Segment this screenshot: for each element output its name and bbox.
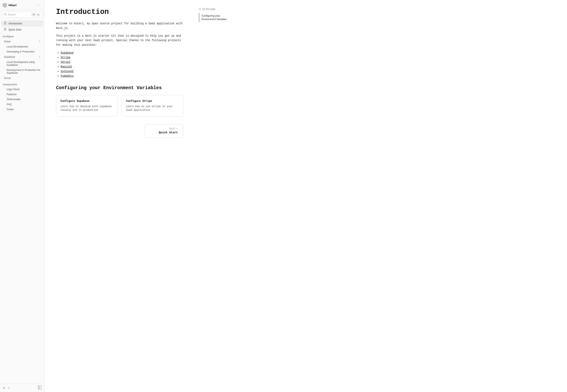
- magicui-link[interactable]: MagicUI: [61, 65, 72, 68]
- svg-line-2: [6, 15, 7, 15]
- sidebar-group-supabase[interactable]: Supabase ▾: [1, 54, 43, 59]
- configure-stripe-card-desc: Learn how to use stripe in your SaaS app…: [126, 105, 179, 112]
- configure-supabase-card-desc: Learn how to develop with supabase local…: [60, 105, 113, 112]
- sidebar-item-faq[interactable]: FAQ: [1, 102, 43, 107]
- sidebar-item-vercel-label: Vercel: [4, 77, 11, 80]
- sidebar-navigation: Introduction Quick Start Configure Strip…: [0, 19, 44, 384]
- configure-stripe-card-title: Configure Stripe: [126, 99, 179, 103]
- config-cards-row: Configure Supabase Learn how to develop …: [56, 95, 183, 116]
- theme-toggles: ☀ ☽: [3, 386, 10, 390]
- app-name: Hikari: [9, 3, 17, 7]
- sidebar-item-testimonials[interactable]: Testimonials: [1, 97, 43, 102]
- project-links-list: Supabase Stripe Vercel MagicUI SyntaxUI …: [56, 51, 183, 78]
- supabase-link[interactable]: Supabase: [61, 51, 74, 54]
- light-theme-button[interactable]: ☀: [3, 386, 5, 390]
- sidebar-item-introduction[interactable]: Introduction: [1, 20, 43, 27]
- configure-supabase-card[interactable]: Configure Supabase Learn how to develop …: [56, 95, 118, 116]
- next-navigation: Next > Quick Start: [56, 124, 183, 138]
- sidebar-item-quickstart[interactable]: Quick Start: [1, 27, 43, 33]
- sidebar-item-introduction-label: Introduction: [9, 22, 22, 25]
- search-icon: [4, 13, 7, 16]
- vercel-link[interactable]: Vercel: [61, 61, 70, 64]
- intro-paragraph-2: This project is a Next.js starter kit th…: [56, 34, 183, 47]
- sidebar-footer: ☀ ☽: [0, 384, 44, 392]
- sidebar-item-dev-prod-supabase[interactable]: Development in Production for Supabase: [1, 68, 43, 75]
- sidebar-header: Hikari ···: [0, 0, 44, 10]
- toc-item-env-vars[interactable]: Configuring your Environment Variables: [199, 13, 234, 22]
- more-options-button[interactable]: ···: [36, 3, 42, 8]
- page-icon-quickstart: [4, 28, 7, 31]
- search-shortcut: ⌘ K: [31, 13, 40, 16]
- configure-section-label: Configure: [0, 33, 44, 39]
- search-placeholder: Search: [8, 13, 30, 16]
- logo-icon: [3, 3, 7, 7]
- configure-supabase-card-title: Configure Supabase: [60, 99, 113, 103]
- svg-point-0: [4, 4, 6, 6]
- svg-rect-11: [38, 386, 41, 389]
- components-section-label: Components: [0, 81, 44, 87]
- search-key-cmd: ⌘: [31, 13, 36, 16]
- main-content: Introduction Welcome to Hikari, my open …: [45, 0, 195, 392]
- toc-header-label: On this page: [202, 8, 215, 10]
- search-bar[interactable]: Search ⌘ K: [2, 12, 42, 17]
- next-label: Next >: [150, 127, 178, 130]
- sidebar-item-quickstart-label: Quick Start: [9, 28, 21, 31]
- list-item: Vercel: [61, 61, 183, 64]
- fumadocs-link[interactable]: Fumadocs: [61, 74, 74, 78]
- env-section-title: Configuring your Environment Variables: [56, 85, 183, 90]
- app-logo[interactable]: Hikari: [3, 3, 17, 7]
- sidebar-item-features[interactable]: Features: [1, 92, 43, 97]
- chevron-down-icon-supabase: ▾: [39, 56, 40, 58]
- sidebar-group-stripe-label: Stripe: [4, 40, 10, 43]
- sidebar-group-stripe[interactable]: Stripe ▾: [1, 39, 43, 44]
- sidebar-item-vercel[interactable]: Vercel: [1, 75, 43, 81]
- page-title: Introduction: [56, 8, 183, 16]
- list-item: Fumadocs: [61, 74, 183, 78]
- sidebar-item-footer[interactable]: Footer: [1, 107, 43, 112]
- page-icon: [4, 22, 7, 25]
- sidebar-item-logo-cloud[interactable]: Logo Cloud: [1, 87, 43, 92]
- chevron-down-icon: ▾: [39, 40, 40, 43]
- sidebar: Hikari ··· Search ⌘ K: [0, 0, 45, 392]
- search-key-k: K: [36, 13, 40, 16]
- stripe-link[interactable]: Stripe: [61, 56, 70, 59]
- next-page-title: Quick Start: [150, 131, 178, 134]
- dark-theme-button[interactable]: ☽: [7, 386, 10, 390]
- sidebar-item-developing-in-production[interactable]: Developing in Production: [1, 49, 43, 54]
- syntaxui-link[interactable]: SyntaxUI: [61, 70, 74, 73]
- list-item: Stripe: [61, 56, 183, 59]
- sidebar-item-local-dev-supabase[interactable]: Local Development using Supabase: [1, 60, 43, 67]
- list-item: MagicUI: [61, 65, 183, 68]
- sidebar-item-local-development[interactable]: Local Development: [1, 44, 43, 49]
- list-item: SyntaxUI: [61, 70, 183, 73]
- toc-header: ☰ On this page: [199, 8, 234, 10]
- intro-paragraph-1: Welcome to Hikari, my open source projec…: [56, 21, 183, 31]
- sidebar-group-supabase-label: Supabase: [4, 55, 15, 58]
- configure-stripe-card[interactable]: Configure Stripe Learn how to use stripe…: [122, 95, 183, 116]
- table-of-contents: ☰ On this page Configuring your Environm…: [195, 0, 238, 392]
- list-item: Supabase: [61, 51, 183, 54]
- toc-lines-icon: ☰: [199, 8, 201, 10]
- layout-toggle-button[interactable]: [38, 386, 42, 390]
- next-page-button[interactable]: Next > Quick Start: [145, 124, 183, 138]
